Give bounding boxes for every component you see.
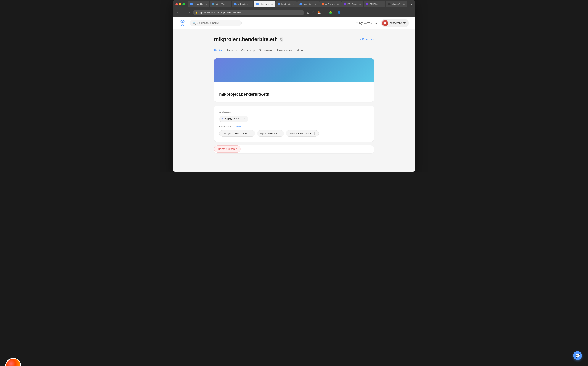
tab-permissions[interactable]: Permissions: [277, 47, 292, 54]
ownership-view-link[interactable]: View: [236, 125, 241, 128]
shield-icon[interactable]: 🛡: [323, 10, 327, 15]
browser-tab-active[interactable]: mikproje... ✕: [254, 1, 275, 7]
tab-subnames[interactable]: Subnames: [259, 47, 272, 54]
tab-label: mybeatfu...: [303, 3, 313, 5]
tab-label: ETHGlob...: [369, 3, 380, 5]
addresses-label: Addresses: [219, 111, 369, 114]
expiry-chip: expiry no expiry ⋮: [257, 130, 284, 137]
tab-favicon: [256, 3, 259, 5]
navbar: ‹ › ↻ 🔒 app.ens.domains/mikproject.bende…: [173, 8, 415, 17]
browser-tab[interactable]: mybeatfu... ✕: [232, 1, 253, 7]
tab-more[interactable]: More: [297, 47, 303, 54]
etherscan-link[interactable]: ↗ Etherscan: [359, 38, 374, 41]
profile-name: mikproject.benderbite.eth: [219, 92, 269, 97]
menu-icon[interactable]: ⋮: [343, 10, 347, 15]
minimize-button[interactable]: [179, 3, 181, 5]
browser-tab[interactable]: mybeatfu... ✕: [297, 1, 319, 7]
tab-close-icon[interactable]: ✕: [228, 3, 229, 5]
profile-icon[interactable]: 👤: [336, 10, 342, 15]
avatar: [382, 20, 388, 26]
tab-label: benderbite: [194, 3, 204, 5]
user-name: benderbite.eth: [389, 22, 406, 24]
tab-menu-button[interactable]: ▾: [411, 2, 412, 6]
browser-tab[interactable]: wisemik/... ✕: [386, 1, 407, 7]
tab-favicon: [366, 3, 368, 5]
tab-ownership[interactable]: Ownership: [241, 47, 255, 54]
browser-tab[interactable]: ETHGlob... ✕: [341, 1, 363, 7]
tab-profile[interactable]: Profile: [214, 47, 222, 54]
profile-info: mikproject.benderbite.eth: [214, 82, 374, 102]
bookmark-icon[interactable]: ☆: [311, 10, 315, 15]
tab-favicon: [388, 3, 391, 5]
browser-tab[interactable]: benderbite ✕: [275, 1, 297, 7]
tab-close-icon[interactable]: ✕: [382, 3, 383, 5]
info-card: Addresses ⟠ 0x58B...C2d9e ⋮ Ownership → …: [214, 106, 374, 142]
tab-close-icon[interactable]: ✕: [315, 3, 317, 5]
browser-tabs: benderbite ✕ Vite + Vu... ✕ mybeatfu... …: [188, 1, 412, 7]
tab-close-icon[interactable]: ✕: [403, 3, 405, 5]
parent-menu-icon[interactable]: ⋮: [313, 132, 316, 135]
manager-value: 0x58B...C2d9e: [232, 132, 248, 135]
browser-tab[interactable]: ETHGlob... ✕: [364, 1, 385, 7]
app-header: 🔍 ⊞ My Names ≡ benderbite.eth: [173, 17, 415, 29]
ownership-label: Ownership: [219, 125, 231, 128]
tab-close-icon[interactable]: ✕: [337, 3, 339, 5]
etherscan-label: Etherscan: [362, 38, 374, 41]
search-icon: 🔍: [193, 22, 196, 24]
address-chip[interactable]: ⟠ 0x58B...C2d9e ⋮: [219, 116, 248, 122]
tab-label: benderbite: [281, 3, 291, 5]
tab-records[interactable]: Records: [227, 47, 237, 54]
ownership-row: Ownership → View: [219, 125, 369, 128]
copy-button[interactable]: ⧉: [280, 37, 283, 42]
browser-window: benderbite ✕ Vite + Vu... ✕ mybeatfu... …: [173, 0, 415, 172]
tab-close-icon[interactable]: ✕: [293, 3, 295, 5]
manager-chip: manager 0x58B...C2d9e ⋮: [219, 130, 255, 137]
eth-icon: ⟠: [222, 118, 223, 121]
browser-tab[interactable]: Vite + Vu... ✕: [210, 1, 231, 7]
close-button[interactable]: [176, 3, 178, 5]
browser-tab[interactable]: benderbite ✕: [188, 1, 209, 7]
tab-close-icon[interactable]: ✕: [205, 3, 207, 5]
delete-section: Delete subname: [214, 145, 374, 153]
reload-button[interactable]: ↻: [186, 10, 191, 15]
tab-close-icon[interactable]: ✕: [250, 3, 251, 5]
expiry-menu-icon[interactable]: ⋮: [279, 132, 281, 135]
cast-icon[interactable]: ⊡: [306, 10, 310, 15]
search-input[interactable]: [197, 22, 235, 24]
lock-icon: 🔒: [195, 11, 198, 14]
expiry-label: expiry: [260, 132, 266, 135]
tab-favicon: [321, 3, 324, 5]
maximize-button[interactable]: [183, 3, 185, 5]
svg-point-0: [384, 22, 386, 23]
tab-close-icon[interactable]: ✕: [271, 3, 273, 5]
manager-menu-icon[interactable]: ⋮: [250, 132, 252, 135]
tabs-nav: Profile Records Ownership Subnames Permi…: [214, 47, 374, 54]
new-tab-button[interactable]: +: [408, 2, 410, 6]
chip-menu-icon[interactable]: ⋮: [243, 118, 245, 121]
my-names-button[interactable]: ⊞ My Names: [356, 22, 372, 24]
url-text: app.ens.domains/mikproject.benderbite.et…: [199, 11, 241, 14]
tab-label: mybeatfu...: [238, 3, 248, 5]
forward-button[interactable]: ›: [181, 10, 184, 15]
nav-actions: ⊡ ☆ 🦊 🛡 🧩 | 👤 ⋮: [306, 10, 347, 15]
back-button[interactable]: ‹: [176, 10, 179, 15]
user-badge[interactable]: benderbite.eth: [381, 19, 409, 27]
extension-icon[interactable]: 🦊: [316, 10, 322, 15]
tab-favicon: [344, 3, 346, 5]
puzzle-icon[interactable]: 🧩: [328, 10, 334, 15]
expiry-value: no expiry: [267, 132, 277, 135]
domain-header: mikproject.benderbite.eth ⧉ ↗ Etherscan: [214, 36, 374, 42]
tab-close-icon[interactable]: ✕: [359, 3, 361, 5]
browser-tab[interactable]: AI Emplo... ✕: [319, 1, 341, 7]
traffic-lights: [176, 3, 185, 5]
search-box[interactable]: 🔍: [190, 20, 242, 26]
tab-favicon: [299, 3, 302, 5]
parent-label: parent: [289, 132, 295, 135]
hamburger-menu[interactable]: ≡: [375, 21, 377, 25]
delete-subname-button[interactable]: Delete subname: [214, 145, 241, 152]
tab-favicon: [212, 3, 214, 5]
url-bar[interactable]: 🔒 app.ens.domains/mikproject.benderbite.…: [193, 10, 304, 15]
header-right: ⊞ My Names ≡ benderbite.eth: [356, 19, 409, 27]
grid-icon: ⊞: [356, 22, 358, 24]
view-label: View: [236, 125, 241, 128]
